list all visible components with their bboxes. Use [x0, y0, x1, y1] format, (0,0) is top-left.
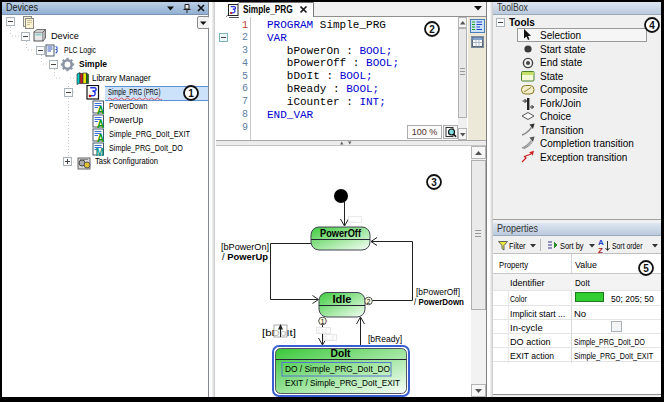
- svg-text:/ PowerUp: / PowerUp: [222, 251, 268, 262]
- svg-text:Z: Z: [598, 246, 603, 254]
- svg-text:2: 2: [429, 24, 435, 35]
- svg-text:A: A: [97, 133, 104, 143]
- svg-text:A: A: [97, 105, 104, 115]
- svg-text:PowerOff: PowerOff: [320, 228, 362, 239]
- svg-text:2: 2: [367, 298, 371, 305]
- svg-text:3: 3: [431, 177, 437, 188]
- svg-text:[bReady]: [bReady]: [368, 333, 402, 344]
- svg-text:4: 4: [649, 20, 655, 31]
- svg-text:DoIt: DoIt: [331, 348, 352, 359]
- svg-text:A: A: [97, 119, 104, 129]
- svg-text:5: 5: [643, 263, 649, 274]
- svg-text:EXIT / Simple_PRG_DoIt_EXIT: EXIT / Simple_PRG_DoIt_EXIT: [285, 377, 400, 388]
- svg-text:Idle: Idle: [333, 294, 352, 305]
- svg-text:[...]: [...]: [325, 335, 334, 341]
- svg-text:1: 1: [188, 88, 194, 99]
- svg-text:[...]: [...]: [318, 328, 327, 334]
- svg-text:DO / Simple_PRG_DoIt_DO: DO / Simple_PRG_DoIt_DO: [285, 363, 390, 374]
- svg-text:/ PowerDown: / PowerDown: [414, 296, 464, 307]
- svg-text:...: ...: [350, 217, 355, 223]
- svg-text:1: 1: [321, 318, 325, 325]
